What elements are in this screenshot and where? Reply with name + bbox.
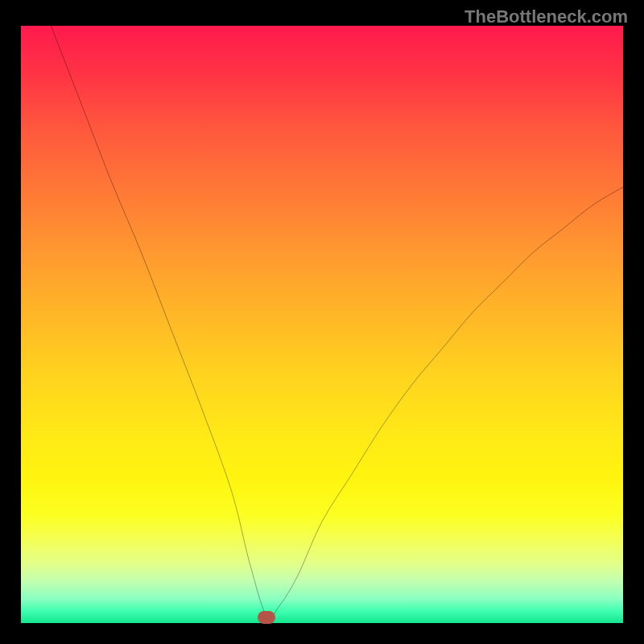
- plot-area: [21, 26, 623, 623]
- optimal-point-marker: [258, 611, 275, 624]
- bottleneck-curve: [51, 26, 623, 618]
- chart-container: TheBottleneck.com: [0, 0, 644, 644]
- watermark-text: TheBottleneck.com: [464, 6, 628, 27]
- curve-svg: [21, 26, 623, 623]
